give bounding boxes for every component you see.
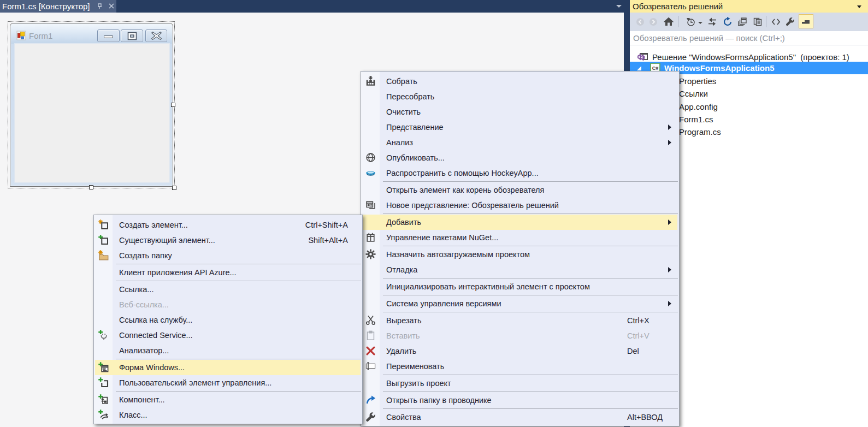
svg-text:C#: C#	[652, 66, 659, 71]
